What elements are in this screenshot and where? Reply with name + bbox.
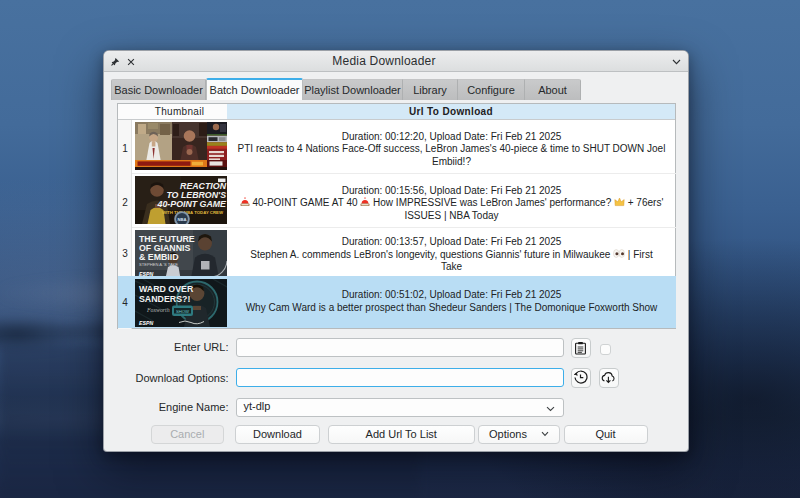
svg-text:STEPHEN A.'S TAKE: STEPHEN A.'S TAKE xyxy=(139,262,178,267)
svg-text:NBA: NBA xyxy=(177,217,186,222)
svg-text:SANDERS?!: SANDERS?! xyxy=(139,294,190,304)
svg-text:40-POINT GAME: 40-POINT GAME xyxy=(157,199,227,209)
svg-text:& EMBIID: & EMBIID xyxy=(139,251,179,261)
svg-text:Foxworth: Foxworth xyxy=(146,307,170,313)
svg-text:SHOW: SHOW xyxy=(176,309,189,314)
svg-text:ESPN: ESPN xyxy=(139,320,153,326)
svg-text:WITH THE NBA TODAY CREW: WITH THE NBA TODAY CREW xyxy=(162,209,224,214)
svg-text:WARD OVER: WARD OVER xyxy=(139,284,194,294)
